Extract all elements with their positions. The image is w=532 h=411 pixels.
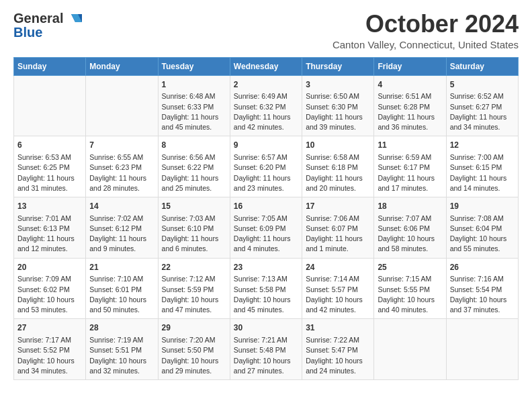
day-number: 28: [89, 322, 154, 334]
weekday-header: Sunday: [14, 57, 86, 75]
day-number: 14: [89, 201, 154, 212]
day-number: 11: [378, 140, 442, 151]
day-info: Sunrise: 6:51 AM Sunset: 6:28 PM Dayligh…: [378, 91, 442, 132]
day-number: 15: [162, 201, 226, 212]
calendar-cell: [86, 75, 158, 136]
day-info: Sunrise: 7:06 AM Sunset: 6:07 PM Dayligh…: [306, 214, 370, 255]
day-number: 30: [234, 322, 298, 334]
weekday-header: Tuesday: [158, 57, 230, 75]
calendar-cell: 4Sunrise: 6:51 AM Sunset: 6:28 PM Daylig…: [374, 75, 446, 136]
calendar-week-row: 27Sunrise: 7:17 AM Sunset: 5:52 PM Dayli…: [14, 319, 519, 380]
day-info: Sunrise: 7:17 AM Sunset: 5:52 PM Dayligh…: [17, 335, 82, 376]
calendar-cell: 17Sunrise: 7:06 AM Sunset: 6:07 PM Dayli…: [302, 197, 374, 258]
day-info: Sunrise: 6:56 AM Sunset: 6:22 PM Dayligh…: [162, 152, 226, 193]
day-info: Sunrise: 6:52 AM Sunset: 6:27 PM Dayligh…: [450, 91, 515, 132]
calendar-cell: 25Sunrise: 7:15 AM Sunset: 5:55 PM Dayli…: [374, 258, 446, 319]
day-number: 17: [306, 201, 370, 212]
calendar-cell: 18Sunrise: 7:07 AM Sunset: 6:06 PM Dayli…: [374, 197, 446, 258]
day-number: 12: [450, 140, 515, 151]
day-info: Sunrise: 6:55 AM Sunset: 6:23 PM Dayligh…: [89, 152, 154, 193]
day-info: Sunrise: 7:05 AM Sunset: 6:09 PM Dayligh…: [234, 214, 298, 255]
page-header: General Blue October 2024 Canton Valley,…: [13, 11, 519, 50]
calendar-cell: 10Sunrise: 6:58 AM Sunset: 6:18 PM Dayli…: [302, 136, 374, 197]
location-subtitle: Canton Valley, Connecticut, United State…: [332, 39, 519, 50]
day-info: Sunrise: 7:01 AM Sunset: 6:13 PM Dayligh…: [17, 214, 82, 255]
day-info: Sunrise: 6:48 AM Sunset: 6:33 PM Dayligh…: [162, 91, 226, 132]
calendar-cell: 11Sunrise: 6:59 AM Sunset: 6:17 PM Dayli…: [374, 136, 446, 197]
day-info: Sunrise: 7:09 AM Sunset: 6:02 PM Dayligh…: [17, 274, 82, 315]
day-info: Sunrise: 7:02 AM Sunset: 6:12 PM Dayligh…: [89, 214, 154, 255]
day-number: 25: [378, 262, 442, 273]
day-number: 10: [306, 140, 370, 151]
day-info: Sunrise: 7:12 AM Sunset: 5:59 PM Dayligh…: [162, 274, 226, 315]
day-number: 16: [234, 201, 298, 212]
logo-general: General: [13, 11, 63, 26]
day-info: Sunrise: 7:21 AM Sunset: 5:48 PM Dayligh…: [234, 335, 298, 376]
day-number: 8: [162, 140, 226, 151]
day-number: 21: [89, 262, 154, 273]
day-info: Sunrise: 6:53 AM Sunset: 6:25 PM Dayligh…: [17, 152, 82, 193]
calendar-week-row: 20Sunrise: 7:09 AM Sunset: 6:02 PM Dayli…: [14, 258, 519, 319]
calendar-cell: 12Sunrise: 7:00 AM Sunset: 6:15 PM Dayli…: [446, 136, 518, 197]
calendar-week-row: 13Sunrise: 7:01 AM Sunset: 6:13 PM Dayli…: [14, 197, 519, 258]
day-number: 7: [89, 140, 154, 151]
day-number: 5: [450, 79, 515, 91]
day-info: Sunrise: 7:22 AM Sunset: 5:47 PM Dayligh…: [306, 335, 370, 376]
calendar-cell: 15Sunrise: 7:03 AM Sunset: 6:10 PM Dayli…: [158, 197, 230, 258]
day-number: 27: [17, 322, 82, 334]
day-number: 9: [234, 140, 298, 151]
calendar-cell: 8Sunrise: 6:56 AM Sunset: 6:22 PM Daylig…: [158, 136, 230, 197]
calendar-cell: 26Sunrise: 7:16 AM Sunset: 5:54 PM Dayli…: [446, 258, 518, 319]
calendar-cell: 2Sunrise: 6:49 AM Sunset: 6:32 PM Daylig…: [230, 75, 302, 136]
calendar-cell: 28Sunrise: 7:19 AM Sunset: 5:51 PM Dayli…: [86, 319, 158, 380]
day-number: 13: [17, 201, 82, 212]
calendar-cell: 19Sunrise: 7:08 AM Sunset: 6:04 PM Dayli…: [446, 197, 518, 258]
weekday-header: Friday: [374, 57, 446, 75]
day-number: 6: [17, 140, 82, 151]
month-title: October 2024: [332, 11, 519, 38]
day-number: 19: [450, 201, 515, 212]
calendar-cell: 23Sunrise: 7:13 AM Sunset: 5:58 PM Dayli…: [230, 258, 302, 319]
day-number: 31: [306, 322, 370, 334]
day-number: 3: [306, 79, 370, 91]
title-section: October 2024 Canton Valley, Connecticut,…: [332, 11, 519, 50]
day-info: Sunrise: 7:08 AM Sunset: 6:04 PM Dayligh…: [450, 214, 515, 255]
logo-icon: [64, 13, 83, 25]
day-info: Sunrise: 6:57 AM Sunset: 6:20 PM Dayligh…: [234, 152, 298, 193]
calendar-week-row: 1Sunrise: 6:48 AM Sunset: 6:33 PM Daylig…: [14, 75, 519, 136]
logo-blue: Blue: [13, 25, 42, 40]
weekday-header: Wednesday: [230, 57, 302, 75]
day-info: Sunrise: 6:49 AM Sunset: 6:32 PM Dayligh…: [234, 91, 298, 132]
calendar-cell: 27Sunrise: 7:17 AM Sunset: 5:52 PM Dayli…: [14, 319, 86, 380]
day-number: 22: [162, 262, 226, 273]
day-number: 20: [17, 262, 82, 273]
calendar-cell: 21Sunrise: 7:10 AM Sunset: 6:01 PM Dayli…: [86, 258, 158, 319]
day-info: Sunrise: 7:19 AM Sunset: 5:51 PM Dayligh…: [89, 335, 154, 376]
day-info: Sunrise: 7:03 AM Sunset: 6:10 PM Dayligh…: [162, 214, 226, 255]
calendar-cell: 14Sunrise: 7:02 AM Sunset: 6:12 PM Dayli…: [86, 197, 158, 258]
day-info: Sunrise: 6:50 AM Sunset: 6:30 PM Dayligh…: [306, 91, 370, 132]
day-number: 1: [162, 79, 226, 91]
day-number: 26: [450, 262, 515, 273]
calendar-cell: 9Sunrise: 6:57 AM Sunset: 6:20 PM Daylig…: [230, 136, 302, 197]
calendar-cell: 7Sunrise: 6:55 AM Sunset: 6:23 PM Daylig…: [86, 136, 158, 197]
calendar-cell: 6Sunrise: 6:53 AM Sunset: 6:25 PM Daylig…: [14, 136, 86, 197]
day-info: Sunrise: 7:16 AM Sunset: 5:54 PM Dayligh…: [450, 274, 515, 315]
day-info: Sunrise: 7:20 AM Sunset: 5:50 PM Dayligh…: [162, 335, 226, 376]
day-info: Sunrise: 7:07 AM Sunset: 6:06 PM Dayligh…: [378, 214, 442, 255]
logo: General Blue: [13, 11, 83, 40]
weekday-header: Thursday: [302, 57, 374, 75]
calendar-cell: 30Sunrise: 7:21 AM Sunset: 5:48 PM Dayli…: [230, 319, 302, 380]
calendar-header-row: SundayMondayTuesdayWednesdayThursdayFrid…: [14, 57, 519, 75]
day-number: 18: [378, 201, 442, 212]
day-info: Sunrise: 7:13 AM Sunset: 5:58 PM Dayligh…: [234, 274, 298, 315]
day-info: Sunrise: 7:10 AM Sunset: 6:01 PM Dayligh…: [89, 274, 154, 315]
calendar-cell: 22Sunrise: 7:12 AM Sunset: 5:59 PM Dayli…: [158, 258, 230, 319]
day-number: 29: [162, 322, 226, 334]
calendar-cell: [446, 319, 518, 380]
weekday-header: Saturday: [446, 57, 518, 75]
calendar-cell: [374, 319, 446, 380]
day-info: Sunrise: 6:59 AM Sunset: 6:17 PM Dayligh…: [378, 152, 442, 193]
calendar-cell: 5Sunrise: 6:52 AM Sunset: 6:27 PM Daylig…: [446, 75, 518, 136]
calendar-cell: 31Sunrise: 7:22 AM Sunset: 5:47 PM Dayli…: [302, 319, 374, 380]
